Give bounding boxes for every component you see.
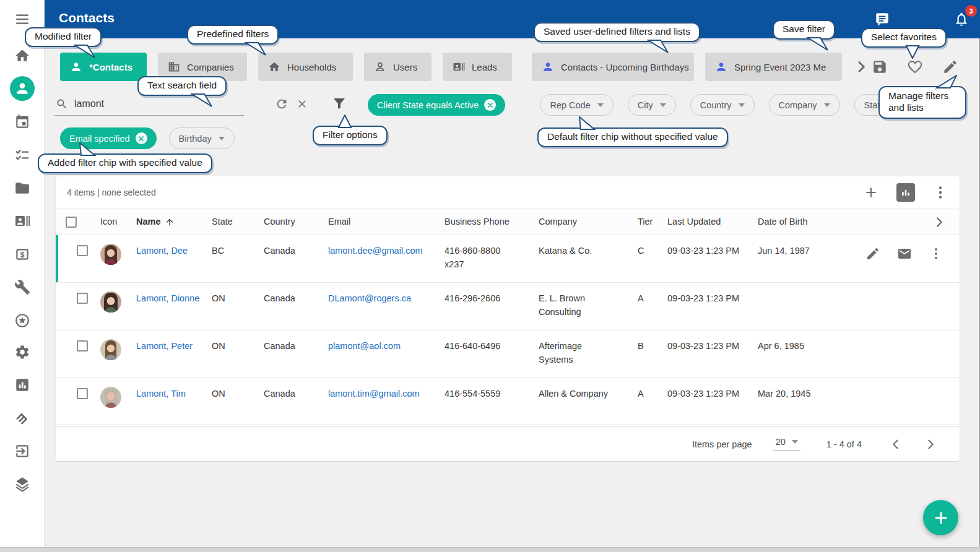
more-columns-chevron-icon[interactable]	[932, 215, 946, 229]
more-tabs-chevron-icon[interactable]	[853, 59, 869, 75]
phone-cell: 416-860-8800 x237	[444, 235, 513, 275]
chart-view-toggle-icon[interactable]	[896, 183, 915, 202]
callout-tail	[74, 45, 96, 58]
add-contact-fab[interactable]	[923, 500, 958, 535]
search-input[interactable]	[74, 95, 189, 113]
contacts-nav-icon[interactable]	[10, 76, 35, 101]
search-icon	[56, 98, 68, 110]
remove-chip-icon[interactable]	[136, 132, 147, 144]
row-checkbox[interactable]	[77, 293, 88, 304]
email-envelope-icon[interactable]	[897, 246, 912, 261]
state-cell: BC	[212, 235, 264, 261]
home-icon[interactable]	[14, 47, 31, 64]
callout-tail	[191, 93, 213, 107]
menu-icon[interactable]	[14, 11, 31, 28]
tier-cell: C	[638, 235, 667, 261]
table-kebab-menu-icon[interactable]	[932, 184, 948, 201]
filter-funnel-icon[interactable]	[332, 96, 347, 111]
tools-icon[interactable]	[14, 278, 31, 296]
manage-filters-pencil-icon[interactable]	[942, 59, 958, 75]
table-header-row: Icon Name State Country Email Business P…	[56, 209, 960, 235]
layers-icon[interactable]	[14, 475, 31, 493]
column-header-country[interactable]: Country	[264, 215, 328, 228]
table-row[interactable]: Lamont, Dionne ON Canada DLamont@rogers.…	[56, 282, 960, 330]
chip-rep-code[interactable]: Rep Code	[540, 94, 613, 116]
items-per-page-select[interactable]: 20	[773, 437, 800, 451]
reports-icon[interactable]	[14, 376, 31, 394]
tasks-icon[interactable]	[14, 146, 31, 163]
column-header-company[interactable]: Company	[539, 215, 638, 228]
favorites-heart-icon[interactable]	[907, 59, 923, 75]
chip-city[interactable]: City	[628, 94, 676, 116]
chat-icon[interactable]	[874, 11, 890, 27]
money-icon[interactable]: $	[14, 246, 31, 263]
contact-name-link[interactable]: Lamont, Peter	[136, 341, 193, 351]
clear-search-icon[interactable]	[296, 98, 308, 110]
email-link[interactable]: DLamont@rogers.ca	[328, 293, 411, 303]
chip-country[interactable]: Country	[690, 94, 755, 116]
settings-icon[interactable]	[14, 343, 31, 361]
table-toolbar: 4 items | none selected	[56, 176, 960, 209]
chip-company[interactable]: Company	[769, 94, 840, 116]
callout-tail	[807, 37, 829, 51]
favorites-icon[interactable]	[14, 312, 31, 329]
edit-pencil-icon[interactable]	[865, 246, 880, 261]
horizontal-scrollbar[interactable]	[0, 547, 980, 552]
chip-email-specified[interactable]: Email specified	[60, 127, 157, 149]
column-header-business-phone[interactable]: Business Phone	[444, 215, 539, 228]
row-kebab-menu-icon[interactable]	[929, 246, 943, 261]
address-book-icon[interactable]	[14, 212, 31, 230]
search-underline	[54, 115, 244, 116]
callout-predefined-filters: Predefined filters	[187, 25, 279, 45]
callout-added-chip: Added filter chip with specified value	[38, 153, 212, 173]
row-checkbox[interactable]	[77, 388, 88, 399]
last-updated-cell: 09-03-23 1:23 PM	[667, 283, 758, 309]
tab-users[interactable]: Users	[364, 53, 431, 81]
contact-name-link[interactable]: Lamont, Dionne	[136, 293, 199, 303]
callout-tail	[245, 42, 267, 56]
chevron-down-icon	[824, 103, 830, 107]
email-link[interactable]: plamont@aol.com	[328, 341, 401, 351]
filter-chips-row: Client State equals Active Rep Code City…	[368, 94, 913, 116]
previous-page-icon[interactable]	[889, 438, 903, 451]
last-updated-cell: 09-03-23 1:23 PM	[667, 235, 758, 261]
email-link[interactable]: lamont.dee@gmail.com	[328, 246, 423, 256]
column-header-name[interactable]: Name	[136, 215, 212, 228]
chip-birthday[interactable]: Birthday	[169, 127, 235, 149]
remove-chip-icon[interactable]	[484, 99, 496, 111]
tab-households[interactable]: Households	[258, 53, 353, 81]
select-all-checkbox[interactable]	[66, 217, 77, 228]
tab-saved-upcoming-birthdays[interactable]: Contacts - Upcoming Birthdays	[532, 53, 694, 81]
campaigns-icon[interactable]	[14, 409, 31, 426]
files-icon[interactable]	[14, 179, 31, 197]
save-filter-icon[interactable]	[872, 59, 888, 75]
row-checkbox[interactable]	[77, 245, 88, 256]
tab-saved-spring-event[interactable]: Spring Event 2023 Me	[705, 53, 842, 81]
app-header: Contacts 3	[45, 0, 980, 38]
table-row[interactable]: Lamont, Peter ON Canada plamont@aol.com …	[56, 330, 960, 377]
tab-leads[interactable]: Leads	[443, 53, 512, 81]
column-header-icon[interactable]: Icon	[100, 215, 136, 228]
import-export-icon[interactable]	[14, 442, 31, 460]
table-row[interactable]: Lamont, Dee BC Canada lamont.dee@gmail.c…	[56, 235, 960, 282]
callout-tail	[904, 45, 926, 59]
email-link[interactable]: lamont.tim@gmail.com	[328, 389, 420, 399]
refresh-search-icon[interactable]	[275, 97, 288, 111]
next-page-icon[interactable]	[924, 438, 937, 451]
table-row[interactable]: Lamont, Tim ON Canada lamont.tim@gmail.c…	[56, 377, 960, 425]
selection-summary: 4 items | none selected	[67, 188, 156, 197]
contact-name-link[interactable]: Lamont, Tim	[136, 389, 186, 399]
add-column-plus-icon[interactable]	[863, 184, 879, 201]
column-header-date-of-birth[interactable]: Date of Birth	[758, 215, 839, 228]
contact-name-link[interactable]: Lamont, Dee	[136, 246, 188, 256]
calendar-icon[interactable]	[14, 113, 31, 131]
row-checkbox[interactable]	[77, 340, 88, 351]
column-header-tier[interactable]: Tier	[638, 215, 667, 228]
column-header-last-updated[interactable]: Last Updated	[667, 215, 758, 228]
column-header-state[interactable]: State	[212, 215, 264, 228]
lead-card-icon	[453, 61, 465, 73]
chip-client-state[interactable]: Client State equals Active	[368, 94, 505, 116]
text-search-field	[54, 93, 244, 118]
column-header-email[interactable]: Email	[328, 215, 444, 228]
phone-cell: 416-296-2606	[444, 283, 539, 309]
